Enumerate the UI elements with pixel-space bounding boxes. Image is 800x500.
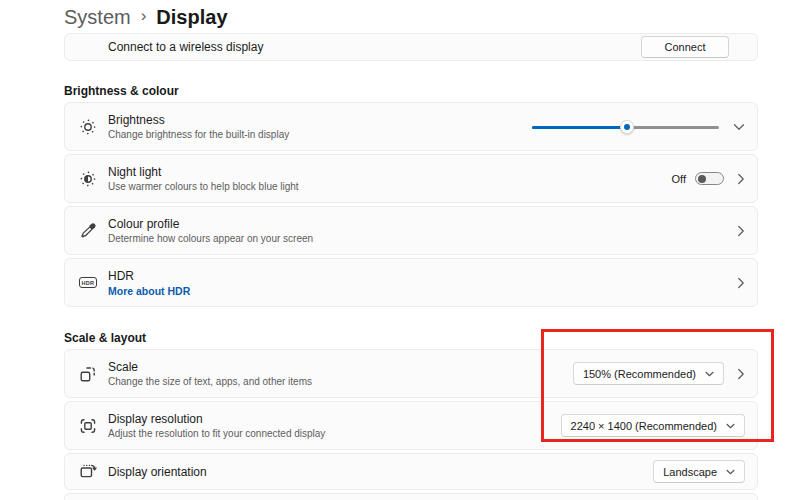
scale-icon [79,365,97,383]
scale-row[interactable]: Scale Change the size of text, apps, and… [65,350,757,397]
brightness-icon [79,118,97,136]
hdr-icon: HDR [79,274,97,292]
orientation-dropdown-value: Landscape [663,466,717,478]
orientation-row[interactable]: Display orientation Landscape [65,454,757,489]
hdr-more-link[interactable]: More about HDR [108,285,190,297]
brightness-title: Brightness [108,113,289,127]
night-light-title: Night light [108,165,299,179]
colour-profile-card: Colour profile Determine how colours app… [64,206,758,255]
slider-thumb[interactable] [620,120,634,134]
chevron-right-icon [737,173,745,185]
slider-thumb-dot [624,124,630,130]
brightness-slider[interactable] [532,120,719,134]
brightness-row[interactable]: Brightness Change brightness for the bui… [65,103,757,150]
wireless-display-card: Connect to a wireless display Connect [64,33,758,61]
scale-dropdown[interactable]: 150% (Recommended) [573,362,724,385]
night-light-card: Night light Use warmer colours to help b… [64,154,758,203]
resolution-subtitle: Adjust the resolution to fit your connec… [108,428,325,439]
colour-profile-row[interactable]: Colour profile Determine how colours app… [65,207,757,254]
night-light-toggle-state: Off [672,173,686,185]
hdr-card: HDR HDR More about HDR [64,258,758,307]
section-heading-scale-layout: Scale & layout [64,331,758,345]
scale-title: Scale [108,360,312,374]
night-light-row[interactable]: Night light Use warmer colours to help b… [65,155,757,202]
orientation-title: Display orientation [108,465,207,479]
night-light-icon [79,170,97,188]
scale-subtitle: Change the size of text, apps, and other… [108,376,312,387]
toggle-knob [698,175,706,183]
brightness-card: Brightness Change brightness for the bui… [64,102,758,151]
chevron-right-icon [737,225,745,237]
hdr-title: HDR [108,269,190,283]
next-card-partial [64,493,758,500]
chevron-down-icon[interactable] [733,123,745,131]
resolution-icon [79,417,97,435]
colour-profile-subtitle: Determine how colours appear on your scr… [108,233,313,244]
chevron-right-icon [737,277,745,289]
scale-dropdown-value: 150% (Recommended) [583,368,696,380]
resolution-dropdown[interactable]: 2240 × 1400 (Recommended) [561,414,745,437]
settings-page: System › Display Connect to a wireless d… [64,0,758,500]
orientation-icon [79,463,97,481]
page-title: Display [156,6,227,29]
breadcrumb-system[interactable]: System [64,6,131,29]
resolution-dropdown-value: 2240 × 1400 (Recommended) [571,420,717,432]
slider-fill [532,126,627,129]
orientation-dropdown[interactable]: Landscape [653,460,745,483]
resolution-row[interactable]: Display resolution Adjust the resolution… [65,402,757,449]
chevron-down-icon [726,469,735,475]
section-heading-brightness-colour: Brightness & colour [64,84,758,98]
hdr-row[interactable]: HDR HDR More about HDR [65,259,757,306]
chevron-down-icon [705,371,714,377]
connect-button[interactable]: Connect [641,36,729,58]
resolution-title: Display resolution [108,412,325,426]
night-light-subtitle: Use warmer colours to help block blue li… [108,181,299,192]
wireless-display-label: Connect to a wireless display [108,40,263,54]
breadcrumb: System › Display [64,0,758,30]
colour-profile-title: Colour profile [108,217,313,231]
orientation-card: Display orientation Landscape [64,453,758,490]
resolution-card: Display resolution Adjust the resolution… [64,401,758,450]
chevron-right-icon [737,368,745,380]
brightness-subtitle: Change brightness for the built-in displ… [108,129,289,140]
chevron-down-icon [726,423,735,429]
breadcrumb-separator-icon: › [141,6,147,28]
night-light-toggle[interactable] [695,172,724,185]
scale-card: Scale Change the size of text, apps, and… [64,349,758,398]
eyedropper-icon [79,222,97,240]
wireless-display-row[interactable]: Connect to a wireless display Connect [65,34,757,60]
